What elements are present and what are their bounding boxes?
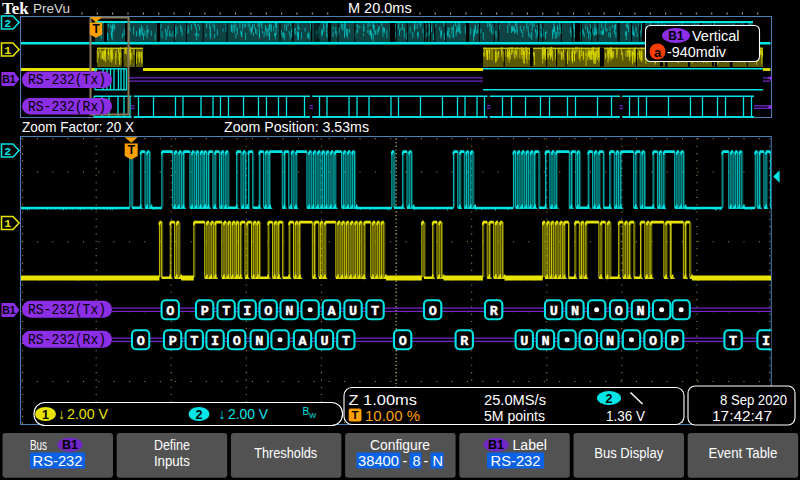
svg-text:Inputs: Inputs bbox=[154, 453, 190, 469]
svg-text:T: T bbox=[222, 304, 230, 319]
svg-text:B1: B1 bbox=[62, 438, 78, 452]
svg-text:17:42:47: 17:42:47 bbox=[712, 407, 772, 424]
svg-text:N: N bbox=[606, 334, 614, 349]
svg-text:RS-232: RS-232 bbox=[33, 453, 83, 469]
svg-text:T: T bbox=[351, 409, 358, 421]
svg-text:2: 2 bbox=[4, 145, 11, 158]
svg-text:M 20.0ms: M 20.0ms bbox=[348, 0, 412, 16]
svg-text:RS-232(Rx): RS-232(Rx) bbox=[28, 332, 106, 348]
svg-text:2.00 V: 2.00 V bbox=[67, 405, 109, 422]
svg-text:O: O bbox=[649, 334, 657, 349]
svg-text:B1: B1 bbox=[2, 304, 16, 316]
svg-text:8: 8 bbox=[413, 453, 421, 469]
svg-text:A: A bbox=[299, 334, 308, 349]
svg-text:T: T bbox=[190, 334, 198, 349]
svg-text:RS-232(Tx): RS-232(Tx) bbox=[28, 72, 106, 88]
svg-text:O: O bbox=[615, 304, 623, 319]
svg-text:N: N bbox=[636, 304, 644, 319]
svg-text:O: O bbox=[584, 334, 592, 349]
svg-text:U: U bbox=[520, 334, 528, 349]
svg-text:2: 2 bbox=[606, 392, 613, 406]
svg-text:R: R bbox=[460, 334, 469, 349]
svg-text:T: T bbox=[342, 334, 350, 349]
svg-text:B1: B1 bbox=[2, 73, 16, 85]
svg-text:I: I bbox=[243, 304, 251, 319]
svg-text:N: N bbox=[571, 304, 579, 319]
svg-text:↓: ↓ bbox=[58, 406, 65, 422]
svg-text:1: 1 bbox=[42, 408, 49, 422]
svg-text:38400: 38400 bbox=[358, 453, 399, 469]
svg-text:2: 2 bbox=[4, 17, 11, 30]
svg-text:Define: Define bbox=[154, 437, 190, 453]
svg-text:B1: B1 bbox=[668, 29, 684, 43]
svg-text:U: U bbox=[320, 334, 328, 349]
svg-text:O: O bbox=[429, 304, 437, 319]
svg-text:U: U bbox=[550, 304, 558, 319]
svg-text:PreVu: PreVu bbox=[33, 1, 70, 16]
svg-text:I: I bbox=[762, 334, 770, 349]
svg-text:Bus Display: Bus Display bbox=[594, 445, 663, 461]
svg-text:P: P bbox=[671, 334, 679, 349]
svg-text:Configure: Configure bbox=[370, 437, 430, 453]
svg-text:-940mdiv: -940mdiv bbox=[667, 43, 726, 60]
svg-text:1.36 V: 1.36 V bbox=[606, 407, 645, 424]
svg-text:Z 1.00ms: Z 1.00ms bbox=[349, 391, 418, 408]
svg-text:A: A bbox=[327, 304, 336, 319]
svg-text:O: O bbox=[137, 334, 145, 349]
svg-text:-: - bbox=[403, 453, 408, 469]
svg-text:25.0MS/s: 25.0MS/s bbox=[484, 391, 546, 408]
svg-text:T: T bbox=[127, 143, 135, 157]
svg-text:N: N bbox=[285, 304, 293, 319]
svg-text:RS-232: RS-232 bbox=[491, 453, 541, 469]
svg-text:Zoom Factor: 20 X: Zoom Factor: 20 X bbox=[22, 119, 135, 135]
svg-text:Zoom Position: 3.53ms: Zoom Position: 3.53ms bbox=[224, 119, 369, 135]
svg-text:a: a bbox=[654, 45, 662, 60]
svg-text:P: P bbox=[201, 304, 209, 319]
svg-text:Event Table: Event Table bbox=[708, 445, 777, 461]
svg-text:Label: Label bbox=[513, 437, 548, 453]
svg-text:Tek: Tek bbox=[2, 0, 29, 18]
svg-text:T: T bbox=[729, 334, 737, 349]
svg-text:Thresholds: Thresholds bbox=[254, 445, 317, 461]
svg-text:1: 1 bbox=[4, 217, 11, 230]
svg-text:Vertical: Vertical bbox=[692, 28, 740, 44]
svg-text:O: O bbox=[166, 304, 174, 319]
svg-text:U: U bbox=[349, 304, 357, 319]
svg-text:RS-232(Rx): RS-232(Rx) bbox=[28, 99, 106, 115]
svg-text:T: T bbox=[92, 22, 100, 36]
svg-text:T: T bbox=[371, 304, 379, 319]
svg-text:P: P bbox=[169, 334, 177, 349]
svg-text:B1: B1 bbox=[488, 438, 504, 452]
svg-text:O: O bbox=[233, 334, 241, 349]
svg-text:Bus: Bus bbox=[30, 437, 47, 453]
svg-text:R: R bbox=[490, 304, 499, 319]
svg-text:I: I bbox=[211, 334, 219, 349]
svg-text:O: O bbox=[264, 304, 272, 319]
svg-text:O: O bbox=[399, 334, 407, 349]
svg-text:5M points: 5M points bbox=[484, 407, 545, 424]
svg-text:2.00 V: 2.00 V bbox=[228, 405, 269, 422]
svg-text:8 Sep 2020: 8 Sep 2020 bbox=[720, 391, 787, 408]
svg-text:RS-232(Tx): RS-232(Tx) bbox=[28, 302, 106, 318]
svg-text:W: W bbox=[309, 411, 317, 420]
svg-text:10.00 %: 10.00 % bbox=[365, 407, 420, 424]
svg-text:2: 2 bbox=[196, 408, 203, 422]
svg-text:↓: ↓ bbox=[219, 406, 226, 422]
svg-text:N: N bbox=[255, 334, 263, 349]
svg-text:-: - bbox=[424, 453, 429, 469]
svg-text:N: N bbox=[433, 453, 443, 469]
svg-text:1: 1 bbox=[4, 44, 11, 57]
svg-text:N: N bbox=[541, 334, 549, 349]
